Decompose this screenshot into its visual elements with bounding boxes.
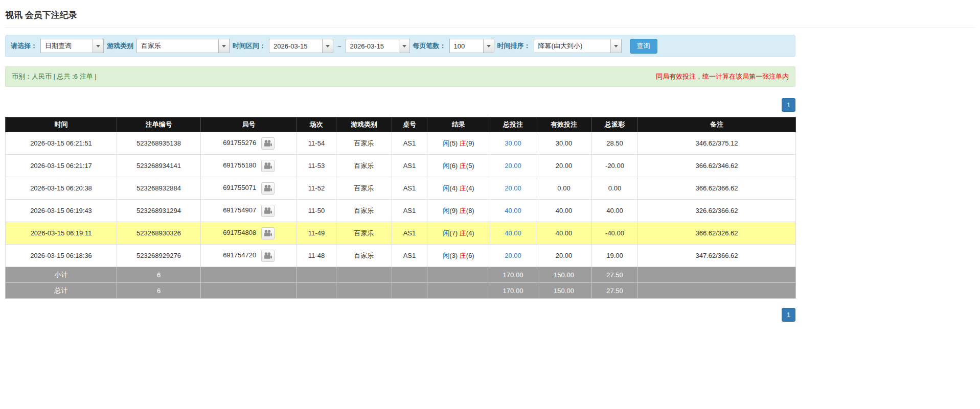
game-type-cell: 百家乐 (336, 200, 392, 222)
page-size-input[interactable] (449, 39, 483, 53)
page-1-button[interactable]: 1 (782, 98, 795, 112)
summary-count-cell: 6 (117, 283, 201, 299)
caret-down-icon (96, 45, 100, 47)
summary-remark-cell (638, 283, 796, 299)
video-replay-button[interactable] (261, 137, 275, 150)
date-range-tilde: ~ (336, 42, 343, 50)
result-banker-label: 庄 (460, 229, 466, 237)
video-replay-button[interactable] (261, 182, 275, 195)
total-bet-link[interactable]: 40.00 (505, 229, 521, 237)
search-button[interactable]: 查询 (630, 39, 657, 54)
summary-empty-cell (201, 283, 297, 299)
caret-down-icon (614, 45, 618, 47)
video-replay-button[interactable] (261, 250, 275, 262)
total-bet-cell[interactable]: 40.00 (490, 222, 536, 245)
query-type-dropdown-button[interactable] (93, 39, 104, 53)
remark-cell: 346.62/375.12 (638, 132, 796, 155)
result-player-label: 闲 (443, 184, 449, 192)
payout-cell: 40.00 (592, 200, 638, 222)
col-header-round-id: 局号 (201, 117, 297, 132)
round-id: 691755180 (223, 161, 256, 169)
game-type-input[interactable] (136, 39, 218, 53)
total-bet-link[interactable]: 20.00 (505, 162, 521, 170)
round-cell: 691754907 (201, 200, 297, 222)
summary-total-bet-cell: 170.00 (490, 267, 536, 283)
col-header-payout: 总派彩 (592, 117, 638, 132)
total-bet-link[interactable]: 20.00 (505, 252, 521, 259)
result-cell: 闲(5) 庄(9) (427, 132, 490, 155)
query-type-input[interactable] (40, 39, 93, 53)
col-header-valid-bet: 有效投注 (536, 117, 592, 132)
valid-bet-cell: 40.00 (536, 200, 592, 222)
session-cell: 11-49 (297, 222, 336, 245)
game-type-dropdown-button[interactable] (218, 39, 230, 53)
round-id: 691754907 (223, 206, 256, 214)
time-cell: 2026-03-15 06:18:36 (6, 245, 117, 267)
col-header-game-type: 游戏类别 (336, 117, 392, 132)
caret-down-icon (222, 45, 226, 47)
summary-empty-cell (427, 267, 490, 283)
video-replay-button[interactable] (261, 227, 275, 239)
video-camera-icon (264, 185, 272, 192)
summary-empty-cell (336, 267, 392, 283)
total-bet-cell[interactable]: 40.00 (490, 200, 536, 222)
video-camera-icon (264, 252, 272, 259)
time-cell: 2026-03-15 06:21:17 (6, 155, 117, 177)
col-header-time: 时间 (6, 117, 117, 132)
sort-order-dropdown-button[interactable] (610, 39, 622, 53)
col-header-session: 场次 (297, 117, 336, 132)
table-no-cell: AS1 (392, 245, 427, 267)
video-camera-icon (264, 140, 272, 147)
date-from-picker (269, 39, 333, 53)
filter-bar: 请选择： 游戏类别 时间区间： ~ 每页笔数： (5, 35, 795, 57)
video-replay-button[interactable] (261, 205, 275, 217)
result-cell: 闲(3) 庄(6) (427, 245, 490, 267)
round-id: 691755276 (223, 139, 256, 147)
summary-empty-cell (336, 283, 392, 299)
bet-records-table: 时间 注单编号 局号 场次 游戏类别 桌号 结果 总投注 有效投注 总派彩 备注… (5, 117, 796, 299)
date-from-input[interactable] (269, 39, 322, 53)
session-cell: 11-53 (297, 155, 336, 177)
col-header-bet-id: 注单编号 (117, 117, 201, 132)
game-type-cell: 百家乐 (336, 222, 392, 245)
result-player-label: 闲 (443, 252, 449, 259)
round-cell: 691755180 (201, 155, 297, 177)
total-bet-link[interactable]: 20.00 (505, 184, 521, 192)
total-bet-cell[interactable]: 20.00 (490, 245, 536, 267)
table-row: 2026-03-15 06:19:11 523268930326 6917548… (6, 222, 796, 245)
date-to-dropdown-button[interactable] (399, 39, 410, 53)
page-size-dropdown-button[interactable] (483, 39, 494, 53)
remark-cell: 347.62/366.62 (638, 245, 796, 267)
result-player-label: 闲 (443, 162, 449, 170)
summary-label-cell: 小计 (6, 267, 117, 283)
result-cell: 闲(7) 庄(4) (427, 222, 490, 245)
payout-cell: 19.00 (592, 245, 638, 267)
caret-down-icon (402, 45, 406, 47)
session-cell: 11-54 (297, 132, 336, 155)
payout-cell: -40.00 (592, 222, 638, 245)
date-from-dropdown-button[interactable] (322, 39, 333, 53)
result-banker-value: (4) (466, 184, 474, 192)
bet-id-cell: 523268932884 (117, 177, 201, 200)
total-bet-cell[interactable]: 20.00 (490, 155, 536, 177)
total-bet-link[interactable]: 40.00 (505, 207, 521, 214)
round-id: 691754720 (223, 251, 256, 259)
round-id: 691754808 (223, 229, 256, 236)
notice-text: 同局有效投注，统一计算在该局第一张注单内 (656, 72, 789, 81)
total-bet-link[interactable]: 30.00 (505, 139, 521, 147)
sort-order-input[interactable] (534, 39, 610, 53)
page-title: 视讯 会员下注纪录 (5, 5, 975, 28)
result-banker-label: 庄 (460, 252, 466, 259)
video-replay-button[interactable] (261, 160, 275, 172)
result-banker-label: 庄 (460, 162, 466, 170)
date-to-input[interactable] (346, 39, 399, 53)
summary-bar: 币别：人民币 | 总共 :6 注单 | 同局有效投注，统一计算在该局第一张注单内 (5, 66, 795, 87)
page-1-button[interactable]: 1 (782, 308, 795, 322)
total-bet-cell[interactable]: 30.00 (490, 132, 536, 155)
time-cell: 2026-03-15 06:19:43 (6, 200, 117, 222)
page-size-combobox (449, 39, 494, 53)
filter-label-select: 请选择： (11, 41, 37, 51)
content: 请选择： 游戏类别 时间区间： ~ 每页笔数： (5, 35, 795, 322)
total-bet-cell[interactable]: 20.00 (490, 177, 536, 200)
summary-total-bet-cell: 170.00 (490, 283, 536, 299)
